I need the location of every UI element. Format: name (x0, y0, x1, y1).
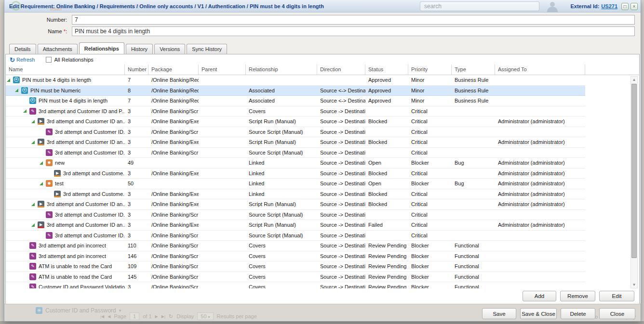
tree-expander-icon[interactable] (40, 161, 43, 165)
row-type: Functional (452, 253, 495, 259)
scrollbar-thumb[interactable] (631, 84, 637, 258)
row-name: ▶3rd attempt and Customer ID an... (6, 118, 125, 125)
test-script-icon: ✎ (46, 149, 53, 156)
row-package: /Online Banking/Scr (148, 253, 199, 259)
table-row[interactable]: ✳PIN must be Numeric8/Online Banking/Req… (6, 86, 585, 96)
all-relationships-checkbox[interactable] (46, 57, 52, 63)
add-button[interactable]: Add (523, 291, 556, 301)
save-button[interactable]: Save (482, 308, 516, 319)
save-close-button[interactable]: Save & Close (520, 308, 557, 319)
tab-details[interactable]: Details (9, 44, 36, 54)
dialog-title: Edit Requirement: Online Banking / Requi… (9, 0, 324, 13)
name-label: Name *: (4, 28, 67, 34)
requirement-icon: ✳ (29, 97, 36, 104)
table-row[interactable]: ✹new49LinkedSource -> DestinatioOpenBloc… (6, 158, 585, 168)
refresh-button[interactable]: ↻ Refresh (10, 56, 35, 64)
row-direction: Source <-> Destinat (317, 88, 365, 93)
tree-expander-icon[interactable] (31, 120, 35, 123)
table-row[interactable]: ✎Customer ID and Password Validation3/On… (6, 282, 585, 288)
column-header-priority[interactable]: Priority (408, 65, 452, 75)
tab-history[interactable]: History (126, 44, 153, 54)
delete-button[interactable]: Delete (561, 308, 595, 319)
row-name-label: ATM is unable to read the Card (39, 274, 112, 280)
row-name-label: 3rd attempt and Customer ID... (55, 233, 125, 238)
table-row[interactable]: ✎3rd attempt and Customer ID...3/Online … (6, 231, 585, 241)
table-row[interactable]: ▶3rd attempt and Customer ID an...3/Onli… (6, 199, 585, 210)
row-name-label: 3rd attempt and Customer ID an... (47, 118, 125, 124)
column-header-name[interactable]: Name (6, 65, 125, 75)
tree-expander-icon[interactable] (31, 141, 35, 144)
row-type: Functional (452, 263, 495, 269)
tree-expander-icon[interactable] (15, 89, 18, 92)
row-name-label: 3rd attempt and Customer ID an... (47, 201, 125, 207)
test-script-icon: ✎ (29, 242, 36, 249)
table-row[interactable]: ✎ATM is unable to read the Card109/Onlin… (6, 261, 585, 272)
table-row[interactable]: ✎3rd attempt and Customer ID and P...3/O… (6, 106, 585, 117)
edit-button[interactable]: Edit (599, 291, 634, 301)
last-page-icon: ▶| (161, 314, 165, 319)
close-button[interactable]: Close (599, 308, 635, 319)
restore-window-icon[interactable]: □ (621, 3, 629, 10)
tree-expander-icon[interactable] (31, 223, 35, 227)
scroll-up-icon[interactable]: ▲ (631, 77, 637, 83)
relationship-action-buttons: AddRemoveEdit (523, 291, 634, 301)
remove-button[interactable]: Remove (560, 291, 595, 301)
row-status: Approved (365, 77, 408, 83)
table-row[interactable]: ✎3rd attempt and Customer ID...3/Online … (6, 210, 585, 220)
row-priority: Blocker (408, 243, 452, 248)
tree-expander-icon[interactable] (23, 109, 27, 113)
row-relationship: Covers (246, 243, 317, 248)
name-field[interactable] (72, 26, 635, 36)
column-header-relationship[interactable]: Relationship (246, 65, 317, 75)
column-header-parent[interactable]: Parent (199, 65, 246, 75)
table-row[interactable]: ▶3rd attempt and Customer ID an...3/Onli… (6, 117, 585, 127)
tree-expander-icon[interactable] (31, 203, 35, 206)
column-header-direction[interactable]: Direction (317, 65, 365, 75)
table-row[interactable]: ▶3rd attempt and Customer ID an...3/Onli… (6, 220, 585, 231)
table-row[interactable]: ✎3rd attempt and pin incorrect110/Online… (6, 241, 585, 251)
column-header-type[interactable]: Type (452, 65, 495, 75)
table-row[interactable]: ▶3rd attempt and Custome...3/Online Bank… (6, 189, 585, 200)
row-status: Review Pending (365, 284, 408, 288)
avatar-body-shape (547, 7, 558, 13)
table-row[interactable]: ▶3rd attempt and Custome...3/Online Bank… (6, 168, 585, 179)
number-field[interactable] (72, 15, 635, 25)
table-row[interactable]: ✎3rd attempt and pin incorrect146/Online… (6, 251, 585, 262)
test-script-icon: ✎ (29, 284, 36, 288)
table-row[interactable]: ✎3rd attempt and Customer ID...3/Online … (6, 127, 585, 138)
tab-sync-history[interactable]: Sync History (187, 44, 227, 54)
scroll-down-icon[interactable]: ▼ (631, 282, 637, 288)
row-name-label: 3rd attempt and Customer ID an... (47, 222, 125, 228)
all-relationships-label: All Relationships (54, 57, 94, 63)
tree-expander-icon[interactable] (40, 182, 43, 185)
table-row[interactable]: ✎ATM is unable to read the Card145/Onlin… (6, 272, 585, 283)
tab-attachments[interactable]: Attachments (38, 44, 78, 54)
close-window-icon[interactable]: × (631, 3, 638, 10)
external-id-link[interactable]: US271 (601, 3, 617, 9)
table-row[interactable]: ▶3rd attempt and Customer ID an...3/Onli… (6, 137, 585, 148)
row-name: ▶3rd attempt and Customer ID an... (6, 201, 125, 207)
column-header-number[interactable]: Number (125, 65, 148, 75)
column-header-assigned-to[interactable]: Assigned To (495, 65, 585, 75)
row-number: 3 (125, 129, 148, 135)
row-status: Open (365, 181, 408, 186)
row-direction: Source -> Destinatio (317, 253, 365, 259)
table-row[interactable]: ✳PIN must be 4 digits in length7/Online … (6, 75, 585, 86)
row-status: Approved (365, 88, 408, 93)
vertical-scrollbar[interactable]: ▲ ▼ (631, 76, 638, 288)
tab-versions[interactable]: Versions (154, 44, 185, 54)
row-relationship: Source Script (Manual) (246, 212, 317, 218)
tab-relationships[interactable]: Relationships (79, 42, 124, 54)
row-priority: Critical (408, 139, 452, 145)
number-label: Number: (4, 17, 67, 23)
row-name-label: 3rd attempt and Custome... (63, 170, 125, 176)
column-header-package[interactable]: Package (148, 65, 199, 75)
table-row[interactable]: ✎3rd attempt and Customer ID...3/Online … (6, 148, 585, 158)
row-status: Review Pending (365, 253, 408, 259)
column-header-status[interactable]: Status (365, 65, 408, 75)
table-row[interactable]: ✳PIN must be 4 digits in length7/Online … (6, 96, 585, 106)
table-row[interactable]: ✹test50LinkedSource -> DestinatioOpenBlo… (6, 179, 585, 189)
tree-expander-icon[interactable] (7, 78, 10, 82)
row-priority: Critical (408, 150, 452, 156)
row-name-label: 3rd attempt and Customer ID... (55, 129, 125, 135)
